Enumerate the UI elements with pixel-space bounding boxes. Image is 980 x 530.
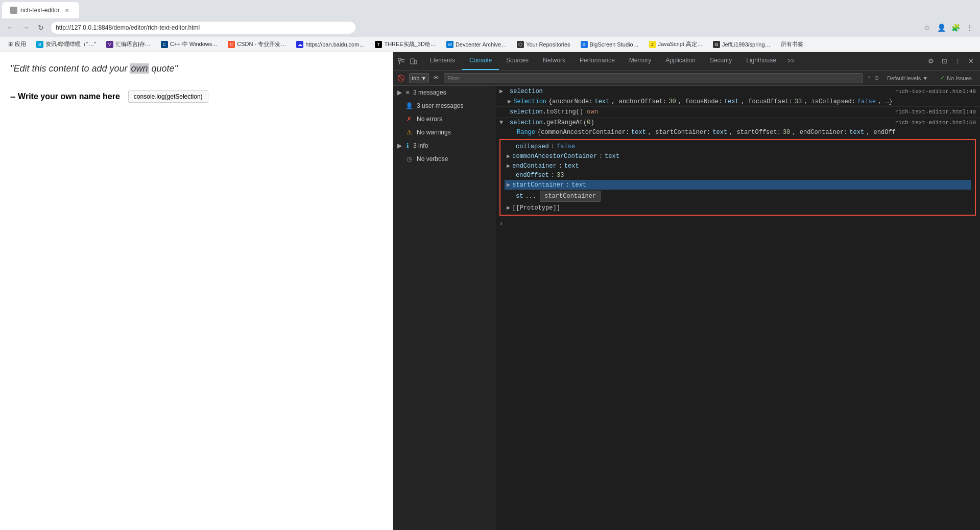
errors-icon: ✗ [405, 116, 413, 123]
name-line: -- Write your own name here console.log(… [10, 90, 383, 103]
getrangeat-entry-main: ▼ selection.getRangeAt(0) rich-text-edit… [495, 118, 980, 128]
range-prototype-line: ▶ [[Prototype]] [505, 203, 971, 213]
bookmark-github-repos[interactable]: ⬡ Your Repositories [513, 39, 574, 50]
bookmark-github-repos-label: Your Repositories [526, 41, 570, 48]
tab-sources[interactable]: Sources [499, 52, 536, 71]
prototype-expand[interactable]: ▶ [507, 204, 510, 212]
sidebar-messages-group[interactable]: ▶ ≡ 3 messages [393, 86, 495, 99]
range-end-offset-line: endOffset : 33 [505, 171, 971, 180]
csdn-favicon: C [228, 41, 235, 48]
tostring-file-ref[interactable]: rich-text-editor.html:49 [895, 109, 976, 115]
tab-memory[interactable]: Memory [622, 52, 658, 71]
forward-button[interactable]: → [19, 21, 32, 34]
verbose-icon: ◷ [405, 155, 413, 163]
no-warnings-label: No warnings [417, 129, 451, 136]
reload-button[interactable]: ↻ [35, 21, 47, 34]
user-messages-icon: 👤 [405, 102, 413, 109]
no-verbose-label: No verbose [417, 155, 448, 163]
bookmark-baidu[interactable]: ☁ https://pan.baidu.com… [292, 39, 369, 50]
bookmark-bilibili-label: 资讯·哔哩哔哩（"…" [45, 40, 96, 48]
bookmark-bigscreen[interactable]: B BigScreen Studio… [577, 39, 643, 50]
bookmark-all[interactable]: 所有书签 [777, 39, 807, 50]
menu-button[interactable]: ⋮ [964, 21, 976, 34]
bookmark-csdn[interactable]: C CSDN - 专业开发… [224, 39, 290, 50]
messages-expand-arrow[interactable]: ▶ [397, 89, 402, 96]
sidebar-no-warnings[interactable]: ⚠ No warnings [393, 126, 495, 139]
browser-nav: ← → ↻ http://127.0.0.1:8848/demo/editor/… [0, 18, 980, 37]
bookmark-spring[interactable]: G JeffLi1993/spring… [709, 39, 775, 50]
sidebar-no-verbose[interactable]: ◷ No verbose [393, 152, 495, 166]
selection-expand[interactable]: ▶ [499, 87, 507, 95]
back-button[interactable]: ← [4, 21, 16, 34]
active-tab[interactable]: rich-text-editor ✕ [2, 2, 79, 18]
tab-application[interactable]: Application [658, 52, 703, 71]
bigscreen-favicon: B [581, 41, 588, 48]
bookmark-devcenter[interactable]: W Devcenter Archive… [442, 39, 511, 50]
sidebar-user-messages[interactable]: 👤 3 user messages [393, 99, 495, 112]
inspect-element-icon[interactable] [396, 56, 407, 66]
tab-performance[interactable]: Performance [572, 52, 622, 71]
default-levels-label: Default levels ▼ [887, 75, 928, 81]
devtools-settings-icon[interactable]: ⚙ [926, 56, 936, 66]
common-ancestor-expand[interactable]: ▶ [507, 152, 510, 160]
devtools-left-icons [393, 52, 422, 70]
top-label: top [412, 75, 419, 81]
profile-button[interactable]: 👤 [935, 21, 947, 34]
device-toolbar-icon[interactable] [409, 56, 419, 66]
console-sidebar: ▶ ≡ 3 messages 👤 3 user messages ✗ No er… [393, 86, 495, 530]
default-levels-dropdown[interactable]: Default levels ▼ [883, 75, 932, 81]
bookmark-cpp[interactable]: C C++·中 Windows… [157, 39, 222, 50]
tab-security[interactable]: Security [703, 52, 739, 71]
tostring-entry-main: selection.toString() own rich-text-edito… [495, 107, 980, 117]
selection-file-ref[interactable]: rich-text-editor.html:48 [895, 88, 976, 95]
bookmark-js[interactable]: J JavaScript 高定… [645, 39, 707, 50]
range-start-offset-line: st ... startContainer [505, 190, 971, 203]
github-favicon: ⬡ [517, 41, 524, 48]
spring-favicon: G [713, 41, 720, 48]
tab-network[interactable]: Network [536, 52, 572, 71]
quote-block: "Edit this content to add your own quote… [10, 62, 383, 75]
name-text: -- Write your own name here [10, 92, 120, 101]
bookmark-apps[interactable]: ⊞ 应用 [4, 39, 30, 50]
info-icon: ℹ [404, 142, 411, 149]
bookmark-csdn-label: CSDN - 专业开发… [237, 40, 286, 48]
regex-filter-toggle[interactable]: .* [867, 75, 870, 81]
tab-elements[interactable]: Elements [422, 52, 462, 71]
tab-close-button[interactable]: ✕ [63, 6, 71, 14]
sidebar-info-group[interactable]: ▶ ℹ 3 info [393, 139, 495, 152]
getrangeat-expand[interactable]: ▼ [499, 119, 507, 126]
bookmark-bilibili[interactable]: B 资讯·哔哩哔哩（"…" [32, 39, 100, 50]
top-context-dropdown[interactable]: top ▼ [409, 73, 429, 83]
address-bar[interactable]: http://127.0.0.1:8848/demo/editor/rich-t… [50, 21, 356, 34]
end-container-expand[interactable]: ▶ [507, 162, 510, 170]
tab-more[interactable]: >> [783, 57, 799, 64]
range-start-container-line: ▶ startContainer : text [505, 180, 971, 190]
bookmark-assembly-label: 汇编语言|存… [115, 40, 151, 48]
devtools-dock-icon[interactable]: ⊡ [939, 56, 949, 66]
eye-icon[interactable]: 👁 [433, 74, 440, 82]
console-filter-input[interactable] [444, 73, 863, 83]
tab-title: rich-text-editor [20, 7, 60, 14]
bookmark-star-button[interactable]: ☆ [921, 21, 933, 34]
sidebar-no-errors[interactable]: ✗ No errors [393, 112, 495, 126]
console-clear-icon[interactable]: 🚫 [397, 75, 405, 82]
info-count-label: 3 info [413, 142, 428, 149]
devtools-close-icon[interactable]: ✕ [966, 56, 976, 66]
bookmark-three[interactable]: T THREE实战_3D绘… [371, 39, 440, 50]
devtools-tabs: Elements Console Sources Network Perform… [422, 52, 799, 71]
tab-console[interactable]: Console [462, 52, 499, 71]
extensions-button[interactable]: 🧩 [949, 21, 962, 34]
negate-filter-toggle[interactable]: ⊖ [874, 75, 879, 81]
bookmark-assembly[interactable]: V 汇编语言|存… [102, 39, 155, 50]
no-issues-badge: ✓ No Issues [936, 75, 976, 81]
browser-nav-icons: ☆ 👤 🧩 ⋮ [921, 21, 976, 34]
devtools-more-icon[interactable]: ⋮ [952, 56, 963, 66]
top-dropdown-arrow: ▼ [421, 75, 426, 81]
range-summary-line: Range {commonAncestorContainer: text , s… [495, 128, 980, 137]
baidu-favicon: ☁ [296, 41, 303, 48]
info-expand-arrow[interactable]: ▶ [397, 142, 402, 149]
tab-lighthouse[interactable]: Lighthouse [739, 52, 783, 71]
console-log-button[interactable]: console.log(getSelection) [128, 90, 208, 103]
getrangeat-file-ref[interactable]: rich-text-editor.html:50 [895, 120, 976, 126]
start-container-expand[interactable]: ▶ [507, 181, 510, 189]
